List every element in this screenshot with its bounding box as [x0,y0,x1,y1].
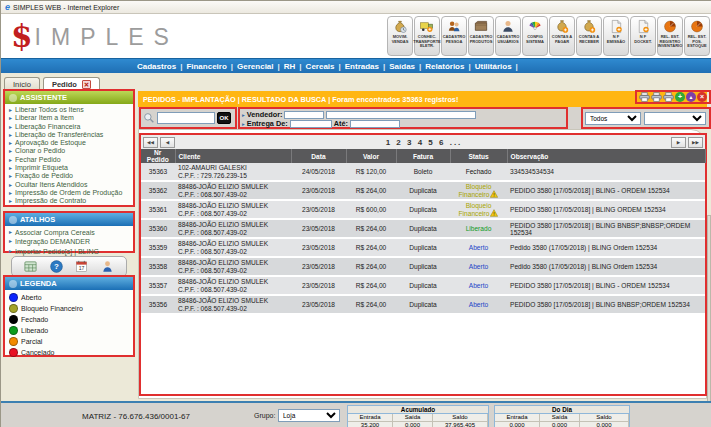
toolbar-button-config-sistema[interactable]: CONFIG SISTEMA [522,16,548,56]
menu-item-financeiro[interactable]: Financeiro [182,62,230,71]
status-filter-select[interactable]: Todos [585,112,641,125]
menu-item-entradas[interactable]: Entradas [341,62,383,71]
calculator-icon[interactable] [23,259,38,274]
sidebar-item-fixacao-de-pedido[interactable]: ▸Fixação de Pedido [9,172,131,180]
toolbar-button-cadastro-pessoa[interactable]: CADASTRO PESSOA [441,16,467,56]
add-icon[interactable]: + [675,92,685,102]
legend-dot [9,315,18,324]
toolbar-button-movim-vendas[interactable]: MOVIM. VENDAS [387,16,413,56]
column-header-data[interactable]: Data [291,149,346,163]
printer-2-icon[interactable] [651,92,662,102]
menu-item-gerencial[interactable]: Gerencial [233,62,277,71]
column-header-fatura[interactable]: Fatura [396,149,450,163]
entrega-ate-input[interactable] [350,120,400,128]
prev-page-button[interactable]: ◀ [160,137,175,148]
toolbar-button-rel-est-pos-estoque[interactable]: REL. EST. POS. ESTOQUE [684,16,710,56]
column-header-nr-pedido[interactable]: Nr Pedido [141,149,175,163]
secondary-filter-select[interactable] [644,112,706,125]
menu-item-utilitarios[interactable]: Utilitários [471,62,516,71]
sidebar-item-ocultar-itens-atendidos[interactable]: ▸Ocultar Itens Atendidos [9,181,131,189]
atalhos-title: ATALHOS [20,215,55,224]
search-ok-button[interactable]: OK [217,112,231,124]
table-row[interactable]: 3535888486-JOÃO ELIZIO SMULEKC.P.F. : 06… [141,257,705,276]
help-icon[interactable]: ? [49,259,64,274]
close-icon[interactable]: × [697,92,707,102]
calendar-icon[interactable]: 17 [74,259,89,274]
toolbar-button-n-f-emissao[interactable]: N F EMISSÃO [603,16,629,56]
chevron-right-icon: ▸ [9,247,12,256]
first-page-button[interactable]: ◀◀ [143,137,158,148]
tab-close-icon[interactable]: ✕ [82,80,91,89]
table-row[interactable]: 3536088486-JOÃO ELIZIO SMULEKC.P.F. : 06… [141,219,705,238]
next-page-button[interactable]: ▶ [671,137,686,148]
last-page-button[interactable]: ▶▶ [688,137,703,148]
content-area: PEDIDOS - IMPLANTAÇÃO | RESULTADO DA BUS… [138,89,711,401]
table-row[interactable]: 3535788486-JOÃO ELIZIO SMULEKC.P.F. : 06… [141,276,705,295]
page-numbers[interactable]: 1 2 3 4 5 6 ... [177,138,671,147]
column-header-observacao[interactable]: Observação [507,149,705,163]
shortcut-item-importar-pedido-s-bling[interactable]: ▸Importar Pedido[s] | BLING [9,247,131,256]
warning-icon: ! [489,191,498,198]
vendedor-name-input[interactable] [326,111,476,119]
sidebar-item-impressao-de-ordem-de-producao[interactable]: ▸Impressão de Ordem de Produção [9,189,131,197]
person-icon[interactable] [100,259,115,274]
menu-item-saidas[interactable]: Saídas [385,62,419,71]
toolbar-button-rel-est-registro-inventario[interactable]: REL. EST. REGISTRO INVENTÁRIO [657,16,683,56]
sidebar-item-liberacao-financeira[interactable]: ▸Liberação Financeira [9,123,131,131]
vendedor-code-input[interactable] [284,111,324,119]
legend-item-liberado: Liberado [9,325,131,336]
toolbar-button-conhec-transporte-eletr[interactable]: CONHEC. TRANSPORTE ELETR. [414,16,440,56]
cliente-cpf: C.P.F. : 729.726.239-15 [178,172,288,179]
shortcut-item-associar-compra-cereais[interactable]: ▸Associar Compra Cereais [9,228,131,237]
entrega-de-input[interactable] [290,120,332,128]
menu-item-cadastros[interactable]: Cadastros [133,62,180,71]
sidebar-item-imprimir-etiqueta[interactable]: ▸Imprimir Etiqueta [9,164,131,172]
table-row[interactable]: 3536188486-JOÃO ELIZIO SMULEKC.P.F. : 06… [141,200,705,219]
sidebar-item-clonar-o-pedido[interactable]: ▸Clonar o Pedido [9,147,131,155]
toolbar-button-contas-a-pagar[interactable]: CONTAS A PAGAR [549,16,575,56]
toolbar-button-cadastro-produtos[interactable]: CADASTRO PRODUTOS [468,16,494,56]
table-row[interactable]: 35363102-AMAURI GALESKIC.P.F. : 729.726.… [141,163,705,181]
cliente-cpf: C.P.F. : 068.507.439-02 [178,191,288,198]
sidebar-item-liberar-todos-os-itens[interactable]: ▸Liberar Todos os Itens [9,106,131,114]
cell-cliente: 88486-JOÃO ELIZIO SMULEKC.P.F. : 068.507… [175,181,291,200]
upload-icon[interactable]: ▲ [686,92,696,102]
sidebar-item-fechar-pedido[interactable]: ▸Fechar Pedido [9,156,131,164]
entrega-de-label: Entrega De: [247,119,288,128]
menu-item-relatorios[interactable]: Relatórios [421,62,468,71]
search-input[interactable] [157,112,215,124]
table-row[interactable]: 3535988486-JOÃO ELIZIO SMULEKC.P.F. : 06… [141,238,705,257]
cell-status: Aberto [450,276,507,295]
sidebar-item-liberacao-de-transferencias[interactable]: ▸Liberação de Transferências [9,131,131,139]
printer-icon[interactable] [639,92,650,102]
legenda-panel: LEGENDA AbertoBloqueio FinanceiroFechado… [3,275,135,357]
printer-3-icon[interactable] [663,92,674,102]
status-filter-box: Todos [581,107,711,129]
acumulado-summary: Acumulado EntradaSaídaSaldo35.2000.00037… [347,405,489,427]
cell-observacao: PEDIDO 3580 [17/05/2018] | BLING - ORDEM… [507,181,705,200]
column-header-valor[interactable]: Valor [346,149,396,163]
cell-valor: R$ 120,00 [346,163,396,181]
toolbar-button-n-f-docket[interactable]: N F DOCKET. [630,16,656,56]
shortcut-item-integracao-demander[interactable]: ▸Integração DEMANDER [9,237,131,246]
panel-bullet-icon [9,216,17,224]
sidebar-item-label: Liberar Todos os Itens [15,106,84,114]
grupo-select[interactable]: Loja [278,409,340,422]
sidebar-item-aprovacao-de-estoque[interactable]: ▸Aprovação de Estoque [9,139,131,147]
scrollbar[interactable] [707,215,711,427]
sidebar-item-liberar-item-a-item[interactable]: ▸Liberar Item a Item [9,114,131,122]
app-window: e SIMPLES WEB - Internet Explorer $IMPLE… [0,0,711,427]
toolbar-button-cadastro-usuarios[interactable]: CADASTRO USUÁRIOS [495,16,521,56]
cell-data: 23/05/2018 [291,238,346,257]
table-row[interactable]: 3535688486-JOÃO ELIZIO SMULEKC.P.F. : 06… [141,295,705,314]
column-header-cliente[interactable]: Cliente [175,149,291,163]
table-row[interactable]: 3536288486-JOÃO ELIZIO SMULEKC.P.F. : 06… [141,181,705,200]
status-bar: MATRIZ - 76.676.436/0001-67 Grupo: Loja … [1,401,711,427]
window-titlebar: e SIMPLES WEB - Internet Explorer [1,1,711,14]
column-header-status[interactable]: Status [450,149,507,163]
menu-item-rh[interactable]: RH [280,62,300,71]
menu-item-cereais[interactable]: Cereais [302,62,339,71]
toolbar-button-contas-a-receber[interactable]: CONTAS A RECEBER [576,16,602,56]
sidebar-item-impressao-de-contrato[interactable]: ▸Impressão de Contrato [9,197,131,205]
assistente-panel: ASSISTENTE ▸Liberar Todos os Itens▸Liber… [3,89,135,207]
